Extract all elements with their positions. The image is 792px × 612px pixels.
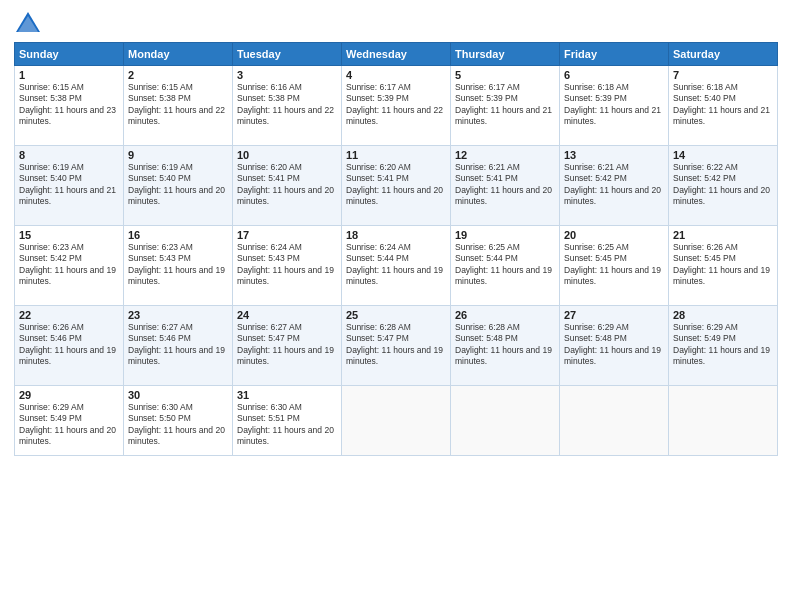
day-number: 9: [128, 149, 228, 161]
calendar-week-2: 8 Sunrise: 6:19 AM Sunset: 5:40 PM Dayli…: [15, 146, 778, 226]
day-number: 30: [128, 389, 228, 401]
calendar-cell: 15 Sunrise: 6:23 AM Sunset: 5:42 PM Dayl…: [15, 226, 124, 306]
day-info: Sunrise: 6:30 AM Sunset: 5:50 PM Dayligh…: [128, 402, 228, 448]
day-info: Sunrise: 6:25 AM Sunset: 5:45 PM Dayligh…: [564, 242, 664, 288]
day-info: Sunrise: 6:20 AM Sunset: 5:41 PM Dayligh…: [346, 162, 446, 208]
header-day-friday: Friday: [560, 43, 669, 66]
calendar-cell: 28 Sunrise: 6:29 AM Sunset: 5:49 PM Dayl…: [669, 306, 778, 386]
calendar-cell: 3 Sunrise: 6:16 AM Sunset: 5:38 PM Dayli…: [233, 66, 342, 146]
day-info: Sunrise: 6:27 AM Sunset: 5:46 PM Dayligh…: [128, 322, 228, 368]
calendar-cell: [451, 386, 560, 456]
day-info: Sunrise: 6:19 AM Sunset: 5:40 PM Dayligh…: [19, 162, 119, 208]
calendar-cell: 4 Sunrise: 6:17 AM Sunset: 5:39 PM Dayli…: [342, 66, 451, 146]
day-info: Sunrise: 6:26 AM Sunset: 5:46 PM Dayligh…: [19, 322, 119, 368]
day-number: 5: [455, 69, 555, 81]
day-number: 20: [564, 229, 664, 241]
header-day-thursday: Thursday: [451, 43, 560, 66]
day-number: 13: [564, 149, 664, 161]
calendar-cell: 31 Sunrise: 6:30 AM Sunset: 5:51 PM Dayl…: [233, 386, 342, 456]
day-info: Sunrise: 6:23 AM Sunset: 5:42 PM Dayligh…: [19, 242, 119, 288]
calendar-cell: 6 Sunrise: 6:18 AM Sunset: 5:39 PM Dayli…: [560, 66, 669, 146]
day-number: 7: [673, 69, 773, 81]
day-number: 23: [128, 309, 228, 321]
day-number: 1: [19, 69, 119, 81]
calendar-cell: 21 Sunrise: 6:26 AM Sunset: 5:45 PM Dayl…: [669, 226, 778, 306]
calendar-cell: 5 Sunrise: 6:17 AM Sunset: 5:39 PM Dayli…: [451, 66, 560, 146]
calendar-cell: 7 Sunrise: 6:18 AM Sunset: 5:40 PM Dayli…: [669, 66, 778, 146]
day-info: Sunrise: 6:29 AM Sunset: 5:48 PM Dayligh…: [564, 322, 664, 368]
day-number: 27: [564, 309, 664, 321]
day-number: 25: [346, 309, 446, 321]
day-number: 11: [346, 149, 446, 161]
day-info: Sunrise: 6:26 AM Sunset: 5:45 PM Dayligh…: [673, 242, 773, 288]
calendar-cell: 29 Sunrise: 6:29 AM Sunset: 5:49 PM Dayl…: [15, 386, 124, 456]
calendar-cell: [669, 386, 778, 456]
calendar-cell: [560, 386, 669, 456]
day-number: 17: [237, 229, 337, 241]
calendar-cell: 2 Sunrise: 6:15 AM Sunset: 5:38 PM Dayli…: [124, 66, 233, 146]
day-info: Sunrise: 6:28 AM Sunset: 5:47 PM Dayligh…: [346, 322, 446, 368]
day-info: Sunrise: 6:17 AM Sunset: 5:39 PM Dayligh…: [346, 82, 446, 128]
day-info: Sunrise: 6:18 AM Sunset: 5:40 PM Dayligh…: [673, 82, 773, 128]
day-number: 8: [19, 149, 119, 161]
calendar-cell: 24 Sunrise: 6:27 AM Sunset: 5:47 PM Dayl…: [233, 306, 342, 386]
calendar-cell: 16 Sunrise: 6:23 AM Sunset: 5:43 PM Dayl…: [124, 226, 233, 306]
calendar-cell: 22 Sunrise: 6:26 AM Sunset: 5:46 PM Dayl…: [15, 306, 124, 386]
calendar-cell: 30 Sunrise: 6:30 AM Sunset: 5:50 PM Dayl…: [124, 386, 233, 456]
calendar-header-row: SundayMondayTuesdayWednesdayThursdayFrid…: [15, 43, 778, 66]
day-number: 16: [128, 229, 228, 241]
day-info: Sunrise: 6:29 AM Sunset: 5:49 PM Dayligh…: [19, 402, 119, 448]
calendar-cell: 11 Sunrise: 6:20 AM Sunset: 5:41 PM Dayl…: [342, 146, 451, 226]
calendar-cell: 13 Sunrise: 6:21 AM Sunset: 5:42 PM Dayl…: [560, 146, 669, 226]
day-info: Sunrise: 6:19 AM Sunset: 5:40 PM Dayligh…: [128, 162, 228, 208]
day-number: 31: [237, 389, 337, 401]
day-info: Sunrise: 6:24 AM Sunset: 5:43 PM Dayligh…: [237, 242, 337, 288]
day-info: Sunrise: 6:29 AM Sunset: 5:49 PM Dayligh…: [673, 322, 773, 368]
calendar-cell: 26 Sunrise: 6:28 AM Sunset: 5:48 PM Dayl…: [451, 306, 560, 386]
calendar-cell: 12 Sunrise: 6:21 AM Sunset: 5:41 PM Dayl…: [451, 146, 560, 226]
calendar-cell: 18 Sunrise: 6:24 AM Sunset: 5:44 PM Dayl…: [342, 226, 451, 306]
day-info: Sunrise: 6:20 AM Sunset: 5:41 PM Dayligh…: [237, 162, 337, 208]
page: SundayMondayTuesdayWednesdayThursdayFrid…: [0, 0, 792, 612]
day-info: Sunrise: 6:21 AM Sunset: 5:41 PM Dayligh…: [455, 162, 555, 208]
day-number: 28: [673, 309, 773, 321]
day-number: 3: [237, 69, 337, 81]
calendar-week-4: 22 Sunrise: 6:26 AM Sunset: 5:46 PM Dayl…: [15, 306, 778, 386]
header-day-wednesday: Wednesday: [342, 43, 451, 66]
day-number: 10: [237, 149, 337, 161]
day-info: Sunrise: 6:17 AM Sunset: 5:39 PM Dayligh…: [455, 82, 555, 128]
header-day-saturday: Saturday: [669, 43, 778, 66]
calendar-cell: 9 Sunrise: 6:19 AM Sunset: 5:40 PM Dayli…: [124, 146, 233, 226]
day-number: 15: [19, 229, 119, 241]
day-number: 21: [673, 229, 773, 241]
day-info: Sunrise: 6:25 AM Sunset: 5:44 PM Dayligh…: [455, 242, 555, 288]
calendar-cell: 1 Sunrise: 6:15 AM Sunset: 5:38 PM Dayli…: [15, 66, 124, 146]
logo-icon: [14, 10, 42, 38]
day-info: Sunrise: 6:21 AM Sunset: 5:42 PM Dayligh…: [564, 162, 664, 208]
calendar-cell: 25 Sunrise: 6:28 AM Sunset: 5:47 PM Dayl…: [342, 306, 451, 386]
day-number: 18: [346, 229, 446, 241]
day-info: Sunrise: 6:30 AM Sunset: 5:51 PM Dayligh…: [237, 402, 337, 448]
day-number: 29: [19, 389, 119, 401]
calendar-cell: [342, 386, 451, 456]
day-number: 24: [237, 309, 337, 321]
day-info: Sunrise: 6:15 AM Sunset: 5:38 PM Dayligh…: [19, 82, 119, 128]
header-day-monday: Monday: [124, 43, 233, 66]
calendar-week-5: 29 Sunrise: 6:29 AM Sunset: 5:49 PM Dayl…: [15, 386, 778, 456]
calendar-cell: 10 Sunrise: 6:20 AM Sunset: 5:41 PM Dayl…: [233, 146, 342, 226]
day-number: 12: [455, 149, 555, 161]
day-info: Sunrise: 6:18 AM Sunset: 5:39 PM Dayligh…: [564, 82, 664, 128]
calendar-week-1: 1 Sunrise: 6:15 AM Sunset: 5:38 PM Dayli…: [15, 66, 778, 146]
day-info: Sunrise: 6:22 AM Sunset: 5:42 PM Dayligh…: [673, 162, 773, 208]
day-info: Sunrise: 6:27 AM Sunset: 5:47 PM Dayligh…: [237, 322, 337, 368]
calendar-cell: 17 Sunrise: 6:24 AM Sunset: 5:43 PM Dayl…: [233, 226, 342, 306]
day-number: 2: [128, 69, 228, 81]
calendar-table: SundayMondayTuesdayWednesdayThursdayFrid…: [14, 42, 778, 456]
calendar-cell: 14 Sunrise: 6:22 AM Sunset: 5:42 PM Dayl…: [669, 146, 778, 226]
logo: [14, 10, 46, 38]
day-info: Sunrise: 6:16 AM Sunset: 5:38 PM Dayligh…: [237, 82, 337, 128]
day-number: 19: [455, 229, 555, 241]
day-info: Sunrise: 6:28 AM Sunset: 5:48 PM Dayligh…: [455, 322, 555, 368]
header-day-tuesday: Tuesday: [233, 43, 342, 66]
day-info: Sunrise: 6:24 AM Sunset: 5:44 PM Dayligh…: [346, 242, 446, 288]
